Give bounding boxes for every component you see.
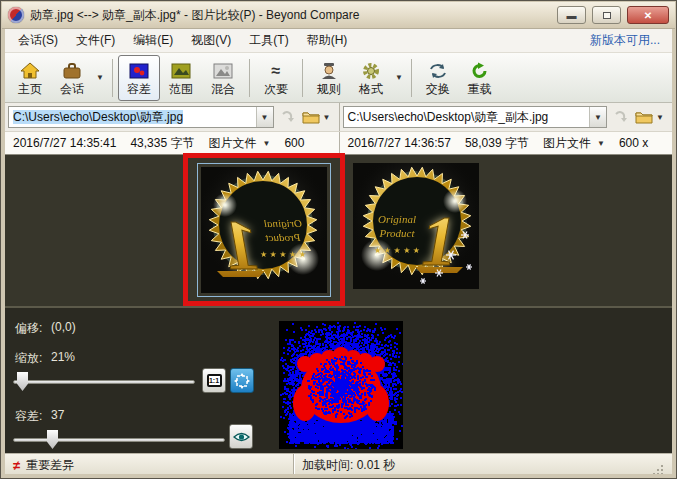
right-browse-folder-button[interactable]: ▼: [633, 106, 669, 128]
tolerance-value: 37: [51, 408, 64, 422]
left-image-thumbnail[interactable]: [201, 167, 327, 293]
range-icon: [171, 60, 191, 82]
left-sync-icon[interactable]: [277, 106, 297, 128]
reload-button[interactable]: 重载: [459, 55, 501, 101]
gear-icon: [361, 60, 381, 82]
swap-arrows-icon: [428, 60, 448, 82]
fit-to-window-button[interactable]: [230, 368, 254, 393]
load-time-text: 加载时间: 0.01 秒: [302, 457, 395, 474]
zoom-slider-thumb[interactable]: [17, 372, 28, 391]
right-path-pane: C:\Users\echo\Desktop\勋章_副本.jpg ▼ ▼: [339, 103, 673, 131]
left-browse-folder-button[interactable]: ▼: [300, 106, 336, 128]
sessions-button[interactable]: 会话: [51, 55, 93, 101]
status-bar: ≠ 重要差异 加载时间: 0.01 秒: [5, 453, 672, 474]
left-path-dropdown[interactable]: ▼: [256, 107, 273, 127]
rules-button[interactable]: 规则: [308, 55, 350, 101]
home-button[interactable]: 主页: [9, 55, 51, 101]
actual-size-button[interactable]: 1:1: [202, 368, 226, 393]
person-icon: [319, 60, 339, 82]
tolerance-icon: [129, 60, 149, 82]
right-file-type-dropdown[interactable]: 图片文件 ▼: [543, 135, 605, 152]
tolerance-mode-button[interactable]: 容差: [118, 55, 160, 101]
restore-icon: [603, 12, 611, 19]
blend-mode-button[interactable]: 混合: [202, 55, 244, 101]
toolbar-separator: [112, 59, 113, 97]
tolerance-slider-track[interactable]: [13, 438, 225, 442]
selected-pane-highlight: [183, 153, 345, 306]
close-button[interactable]: ✕: [627, 6, 669, 24]
menu-edit[interactable]: 编辑(E): [124, 29, 182, 52]
right-browse-caret[interactable]: ▼: [653, 113, 667, 122]
briefcase-icon: [62, 60, 82, 82]
show-difference-button[interactable]: [229, 424, 253, 449]
right-sync-icon[interactable]: [610, 106, 630, 128]
offset-value: (0,0): [51, 320, 76, 334]
file-info-row: 2016/7/27 14:35:41 43,335 字节 图片文件 ▼ 600 …: [5, 132, 672, 155]
right-path-text[interactable]: C:\Users\echo\Desktop\勋章_副本.jpg: [344, 109, 590, 126]
right-file-size: 58,039 字节: [465, 135, 529, 152]
right-path-combo[interactable]: C:\Users\echo\Desktop\勋章_副本.jpg ▼: [343, 106, 608, 128]
tolerance-label: 容差:: [15, 408, 42, 425]
right-image-thumbnail[interactable]: [353, 163, 479, 289]
reload-icon: [470, 60, 490, 82]
not-equal-icon: ≠: [13, 458, 20, 473]
tolerance-slider-thumb[interactable]: [47, 430, 58, 449]
new-version-link[interactable]: 新版本可用...: [590, 32, 668, 49]
tolerance-slider[interactable]: [13, 430, 225, 449]
left-path-pane: C:\Users\echo\Desktop\勋章.jpg ▼ ▼: [5, 103, 339, 131]
format-button[interactable]: 格式: [350, 55, 392, 101]
restore-button[interactable]: [592, 6, 621, 24]
left-image-focus-frame: [197, 163, 331, 297]
status-differences-text: 重要差异: [26, 457, 74, 474]
right-file-modified: 2016/7/27 14:36:57: [348, 136, 451, 150]
viewer-controls-pane: 偏移: (0,0) 缩放: 21% 1:1 容差: 37: [5, 306, 672, 453]
left-type-caret: ▼: [262, 139, 270, 148]
menu-view[interactable]: 视图(V): [182, 29, 240, 52]
toolbar: 主页 会话 ▼ 容差 范围: [5, 53, 672, 103]
toolbar-separator: [249, 59, 250, 97]
blend-icon: [213, 60, 233, 82]
left-file-size: 43,335 字节: [130, 135, 194, 152]
menu-session[interactable]: 会话(S): [9, 29, 67, 52]
format-dropdown-caret[interactable]: ▼: [392, 73, 406, 82]
app-window: 勋章.jpg <--> 勋章_副本.jpg* - 图片比较(P) - Beyon…: [0, 0, 677, 479]
right-file-info: 2016/7/27 14:36:57 58,039 字节 图片文件 ▼ 600 …: [339, 132, 673, 154]
image-compare-pane: [5, 155, 672, 306]
minimize-button[interactable]: ▬: [557, 6, 586, 24]
minor-button[interactable]: ≈ 次要: [255, 55, 297, 101]
difference-image: [279, 321, 403, 449]
toolbar-separator: [411, 59, 412, 97]
range-mode-button[interactable]: 范围: [160, 55, 202, 101]
window-title: 勋章.jpg <--> 勋章_副本.jpg* - 图片比较(P) - Beyon…: [30, 7, 551, 24]
eye-icon: [233, 431, 250, 443]
home-icon: [20, 60, 40, 82]
zoom-slider[interactable]: [13, 372, 195, 391]
swap-button[interactable]: 交换: [417, 55, 459, 101]
right-type-caret: ▼: [597, 139, 605, 148]
left-file-modified: 2016/7/27 14:35:41: [13, 136, 116, 150]
resize-grip[interactable]: [652, 464, 664, 474]
zoom-slider-track[interactable]: [13, 380, 195, 384]
offset-label: 偏移:: [15, 320, 42, 337]
window-content: 会话(S) 文件(F) 编辑(E) 视图(V) 工具(T) 帮助(H) 新版本可…: [5, 29, 672, 474]
menu-bar: 会话(S) 文件(F) 编辑(E) 视图(V) 工具(T) 帮助(H) 新版本可…: [5, 29, 672, 53]
approx-icon: ≈: [272, 60, 281, 82]
toolbar-separator: [302, 59, 303, 97]
status-load-time: 加载时间: 0.01 秒: [294, 454, 672, 474]
left-browse-caret[interactable]: ▼: [320, 113, 334, 122]
fit-icon: [234, 373, 250, 389]
left-path-combo[interactable]: C:\Users\echo\Desktop\勋章.jpg ▼: [8, 106, 274, 128]
left-path-text[interactable]: C:\Users\echo\Desktop\勋章.jpg: [9, 109, 256, 126]
menu-file[interactable]: 文件(F): [67, 29, 124, 52]
menu-tools[interactable]: 工具(T): [240, 29, 297, 52]
right-path-dropdown[interactable]: ▼: [589, 107, 606, 127]
zoom-value: 21%: [51, 350, 75, 364]
menu-help[interactable]: 帮助(H): [298, 29, 357, 52]
right-file-dimensions: 600 x: [619, 136, 648, 150]
left-file-info: 2016/7/27 14:35:41 43,335 字节 图片文件 ▼ 600: [5, 132, 339, 154]
path-row: C:\Users\echo\Desktop\勋章.jpg ▼ ▼ C:\User…: [5, 103, 672, 132]
title-bar: 勋章.jpg <--> 勋章_副本.jpg* - 图片比较(P) - Beyon…: [2, 2, 675, 29]
sessions-dropdown-caret[interactable]: ▼: [93, 73, 107, 82]
left-file-type-dropdown[interactable]: 图片文件 ▼: [208, 135, 270, 152]
zoom-label: 缩放:: [15, 350, 42, 367]
